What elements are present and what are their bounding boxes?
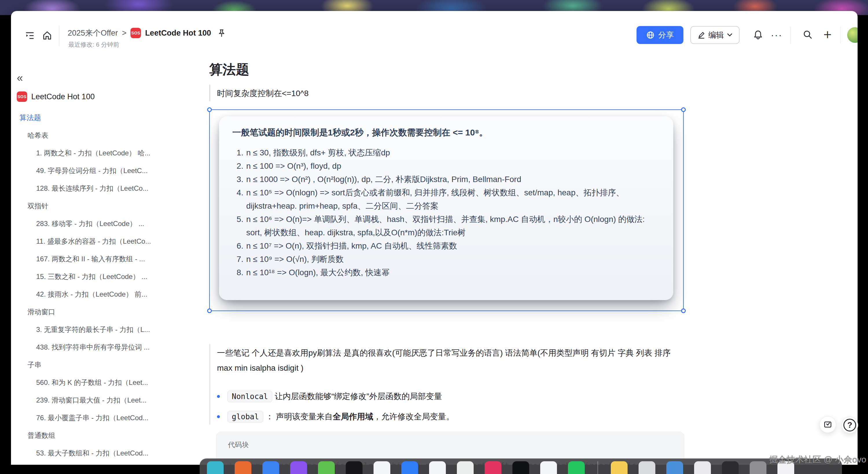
home-icon[interactable] (40, 29, 54, 42)
cheatsheet-list-item: n ≤ 1000 => O(n²) , O(n²log(n)), dp, 二分,… (246, 173, 660, 186)
sidebar-item[interactable]: 算法题 (11, 109, 211, 126)
share-button[interactable]: 分享 (637, 26, 683, 44)
sidebar-item[interactable]: 11. 盛最多水的容器 - 力扣（LeetCo... (11, 232, 211, 250)
dock-app-icon[interactable] (290, 461, 307, 474)
complexity-note-text: 时间复杂度控制在<=10^8 (217, 88, 309, 99)
bullet-text: ，允许修改全局变量。 (373, 411, 454, 422)
dock-app-icon[interactable] (235, 461, 251, 474)
sidebar-item[interactable]: 560. 和为 K 的子数组 - 力扣（Leet... (11, 374, 211, 391)
cheatsheet-list-item: n ≤ 10⁷ => O(n), 双指针扫描, kmp, AC 自动机、线性筛素… (246, 239, 660, 253)
dock-app-icon[interactable] (666, 461, 683, 474)
pin-icon[interactable] (217, 29, 226, 37)
help-button[interactable]: ? (841, 417, 858, 434)
bullet-item: global ： 声明该变量来自 全局作用域 ，允许修改全局变量。 (217, 411, 684, 422)
bullet-text: ： 声明该变量来自 (266, 411, 333, 422)
new-doc-plus-icon[interactable]: ＋ (819, 26, 836, 43)
sidebar-root-label: LeetCode Hot 100 (31, 92, 95, 101)
sidebar-item[interactable]: 42. 接雨水 - 力扣（LeetCode） 前... (11, 285, 211, 303)
breadcrumb-doc-title[interactable]: LeetCode Hot 100 (145, 29, 211, 38)
sidebar-outline-list: 算法题哈希表1. 两数之和 - 力扣（LeetCode） 哈...49. 字母异… (11, 109, 211, 465)
sidebar-item[interactable]: 49. 字母异位词分组 - 力扣（LeetC... (11, 162, 211, 179)
dock-app-icon[interactable] (346, 461, 363, 474)
block-indicator-bar (209, 85, 210, 101)
dock-app-icon[interactable] (568, 461, 585, 474)
dock-app-icon[interactable] (429, 461, 446, 474)
sidebar-item[interactable]: 滑动窗口 (11, 303, 211, 321)
app-window: 2025来个Offer > SOS LeetCode Hot 100 最近修改:… (11, 11, 858, 465)
sidebar-item[interactable]: 1. 两数之和 - 力扣（LeetCode） 哈... (11, 144, 211, 162)
block-indicator-bar (209, 344, 210, 425)
selection-handle[interactable] (207, 308, 212, 313)
header-divider (59, 26, 59, 46)
dock-app-icon[interactable] (611, 461, 627, 474)
question-mark-icon: ? (843, 419, 856, 432)
bullet-item: Nonlocal 让内层函数能够“绑定修改”外层函数的局部变量 (217, 391, 684, 402)
sidebar-item[interactable]: 15. 三数之和 - 力扣（LeetCode） ... (11, 268, 211, 285)
watermark-text: 掘金技术社区 @ 小佘ovo (769, 454, 867, 466)
cheatsheet-list-item: n ≤ 30, 指数级别, dfs+ 剪枝, 状态压缩dp (246, 146, 660, 159)
dock (0, 458, 868, 474)
sidebar-root-doc[interactable]: SOS LeetCode Hot 100 (17, 91, 95, 102)
image-block[interactable]: 一般笔试题的时间限制是1秒或2秒，操作次数需要控制在 <= 10⁸。 n ≤ 3… (209, 109, 684, 311)
sidebar-toggle-icon[interactable] (23, 29, 36, 42)
dock-app-icon[interactable] (639, 461, 655, 474)
user-avatar[interactable] (847, 27, 858, 43)
pencil-icon (697, 31, 705, 39)
dock-app-icon[interactable] (207, 461, 224, 474)
last-modified: 最近修改: 6 分钟前 (68, 40, 119, 49)
sidebar-item[interactable]: 283. 移动零 - 力扣（LeetCode） ... (11, 215, 211, 232)
feedback-widget-button[interactable] (819, 416, 836, 433)
chevron-down-icon (727, 33, 733, 37)
notifications-bell-icon[interactable] (750, 27, 766, 42)
cheatsheet-list-item: n ≤ 10¹⁸ => O(logn), 最大公约数, 快速幂 (246, 266, 660, 279)
notes-paragraph: 一些笔记 个人还是喜欢用py刷算法 是真的很喜欢(可能厌恶了日常写业务的语言) … (217, 346, 684, 376)
sidebar-item[interactable]: 128. 最长连续序列 - 力扣（LeetCo... (11, 179, 211, 197)
doc-sos-icon: SOS (17, 91, 27, 102)
breadcrumb-separator: > (122, 29, 127, 38)
code-block-title: 代码块 (228, 440, 673, 449)
sidebar-item[interactable]: 239. 滑动窗口最大值 - 力扣（Leet... (11, 391, 211, 409)
bullet-dot-icon (217, 415, 220, 418)
sidebar: « SOS LeetCode Hot 100 算法题哈希表1. 两数之和 - 力… (11, 54, 211, 465)
cheatsheet-list-item: n ≤ 10⁶ => O(n)=> 单调队列、单调栈、hash、双指针扫描、并查… (246, 213, 660, 239)
sidebar-item[interactable]: 3. 无重复字符的最长子串 - 力扣（L... (11, 321, 211, 338)
dock-app-icon[interactable] (750, 461, 767, 474)
dock-app-icon[interactable] (694, 461, 711, 474)
dock-app-icon[interactable] (401, 461, 418, 474)
dock-divider (597, 461, 598, 474)
screen: 2025来个Offer > SOS LeetCode Hot 100 最近修改:… (0, 0, 868, 474)
dock-app-icon[interactable] (457, 461, 474, 474)
sidebar-item[interactable]: 普通数组 (11, 426, 211, 444)
sidebar-item[interactable]: 76. 最小覆盖子串 - 力扣（LeetCod... (11, 409, 211, 426)
globe-icon (646, 31, 655, 39)
more-options-icon[interactable]: ··· (769, 27, 785, 42)
dock-app-icon[interactable] (722, 461, 739, 474)
sidebar-item[interactable]: 167. 两数之和 II - 输入有序数组 - ... (11, 250, 211, 268)
sidebar-collapse-icon[interactable]: « (17, 72, 23, 83)
search-icon[interactable] (800, 27, 815, 42)
sidebar-item[interactable]: 438. 找到字符串中所有字母异位词 ... (11, 338, 211, 356)
selection-handle[interactable] (207, 107, 212, 112)
dock-app-icon[interactable] (540, 461, 557, 474)
selection-handle[interactable] (681, 107, 686, 112)
selection-handle[interactable] (681, 308, 686, 313)
sidebar-item[interactable]: 子串 (11, 356, 211, 374)
dock-app-icon[interactable] (374, 461, 390, 474)
sidebar-item[interactable]: 哈希表 (11, 126, 211, 144)
complexity-cheatsheet-image: 一般笔试题的时间限制是1秒或2秒，操作次数需要控制在 <= 10⁸。 n ≤ 3… (219, 116, 673, 300)
inline-code-nonlocal: Nonlocal (227, 391, 272, 402)
header-divider (790, 27, 791, 43)
breadcrumb-parent[interactable]: 2025来个Offer (68, 28, 118, 38)
cheatsheet-list-item: n ≤ 10⁵ => O(nlogn) => sort后贪心或者前缀和, 归并排… (246, 186, 660, 213)
dock-app-icon[interactable] (485, 461, 501, 474)
share-label: 分享 (658, 30, 674, 40)
dock-app-icon[interactable] (262, 461, 279, 474)
dock-app-icon[interactable] (513, 461, 529, 474)
doc-sos-icon: SOS (130, 28, 141, 38)
sidebar-item[interactable]: 双指针 (11, 197, 211, 215)
cheatsheet-list-item: n ≤ 100 => O(n³), floyd, dp (246, 159, 660, 173)
document-body: 算法题 时间复杂度控制在<=10^8 一般笔试题的时间限制是1秒或2秒，操作次数… (209, 54, 858, 465)
edit-button[interactable]: 编辑 (690, 26, 740, 44)
bullet-dot-icon (217, 395, 220, 398)
dock-app-icon[interactable] (318, 461, 335, 474)
